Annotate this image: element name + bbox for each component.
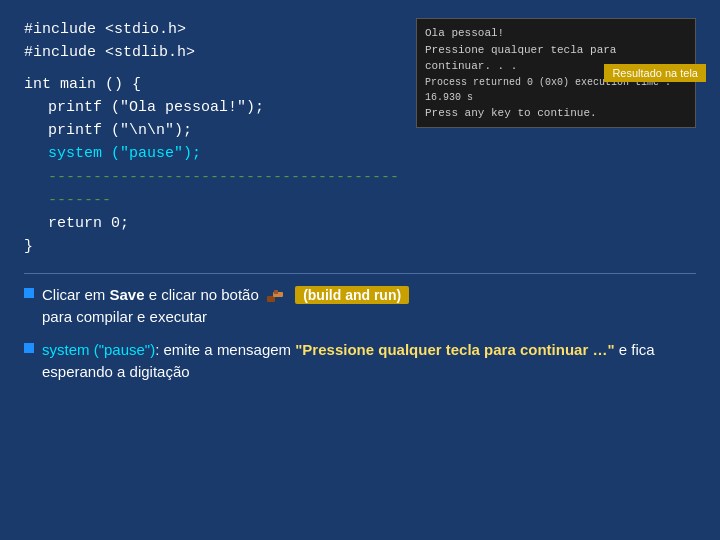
dashes-line: ----------------------------------------…: [24, 166, 400, 213]
svg-rect-2: [274, 290, 278, 294]
resultado-label: Resultado na tela: [612, 67, 698, 79]
main-container: #include <stdio.h> #include <stdlib.h> i…: [0, 0, 720, 540]
close-brace-line: }: [24, 235, 400, 258]
code-block: #include <stdio.h> #include <stdlib.h> i…: [24, 18, 400, 259]
hammer-icon: [265, 286, 285, 306]
code-text: #include <stdio.h> #include <stdlib.h> i…: [24, 18, 400, 259]
bullet-square-1: [24, 288, 34, 298]
include-line2: #include <stdlib.h>: [24, 41, 400, 64]
bullet-text-2: system ("pause"): emite a mensagem "Pres…: [42, 339, 696, 384]
printf2-line: printf ("\n\n");: [24, 119, 400, 142]
build-run-badge: (build and run): [295, 286, 409, 304]
bullet-section: Clicar em Save e clicar no botão (build …: [24, 284, 696, 384]
terminal-wrapper: Ola pessoal! Pressione qualquer tecla pa…: [416, 18, 696, 128]
save-bold: Save: [110, 286, 145, 303]
resultado-badge: Resultado na tela: [604, 64, 706, 82]
bullet-text-1: Clicar em Save e clicar no botão (build …: [42, 284, 409, 329]
top-section: #include <stdio.h> #include <stdlib.h> i…: [24, 18, 696, 259]
divider: [24, 273, 696, 274]
terminal-line1: Ola pessoal!: [425, 25, 687, 42]
system-line: system ("pause");: [24, 142, 400, 165]
system-code-ref: system ("pause"): [42, 341, 155, 358]
bullet-square-2: [24, 343, 34, 353]
int-main-line: int main () {: [24, 73, 400, 96]
bullet-item-2: system ("pause"): emite a mensagem "Pres…: [24, 339, 696, 384]
bullet-item-1: Clicar em Save e clicar no botão (build …: [24, 284, 696, 329]
pressione-highlight: "Pressione qualquer tecla para continuar…: [295, 341, 614, 358]
printf1-line: printf ("Ola pessoal!");: [24, 96, 400, 119]
terminal-line4: Press any key to continue.: [425, 105, 687, 122]
return-line: return 0;: [24, 212, 400, 235]
include-line1: #include <stdio.h>: [24, 18, 400, 41]
